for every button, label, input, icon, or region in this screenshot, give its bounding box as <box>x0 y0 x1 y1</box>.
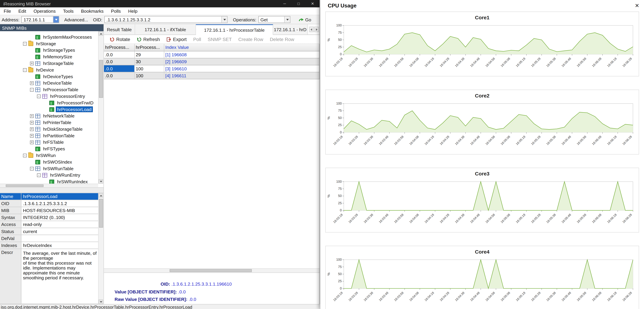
property-row[interactable]: NamehrProcessorLoad <box>0 193 98 200</box>
property-row[interactable]: DefVal <box>0 235 98 242</box>
tree-item[interactable]: +hrPartitionTable <box>0 132 98 139</box>
scroll-down-arrow-icon[interactable] <box>98 179 103 184</box>
export-button[interactable]: Export <box>166 37 186 42</box>
refresh-button[interactable]: Refresh <box>137 37 160 42</box>
chevron-down-icon[interactable] <box>284 17 290 23</box>
menu-item-tools[interactable]: Tools <box>59 8 77 15</box>
tab-ifxtable[interactable]: 172.16.1.1 - ifXTable <box>135 24 196 35</box>
maximize-button[interactable]: □ <box>292 0 306 8</box>
tree-expander[interactable]: - <box>30 88 34 92</box>
tree-expander[interactable]: + <box>30 134 34 137</box>
scrollbar-thumb[interactable] <box>170 269 252 272</box>
menu-item-bookmarks[interactable]: Bookmarks <box>77 8 107 15</box>
tree-expander[interactable]: + <box>30 127 34 131</box>
tree-item[interactable]: -hrSWRunTable <box>0 165 98 172</box>
tree-expander[interactable]: - <box>37 94 41 98</box>
tree-item[interactable]: +hrDeviceTable <box>0 80 98 86</box>
tree-item[interactable]: +hrStorageTable <box>0 60 98 67</box>
column-header[interactable]: hrProcess... <box>134 44 164 51</box>
tree-expander[interactable]: + <box>30 81 34 85</box>
oid-value[interactable]: .1.3.6.1.2.1.25.3.3.1.2 <box>105 17 222 22</box>
minimize-button[interactable]: ─ <box>278 0 292 8</box>
scroll-down-arrow-icon[interactable] <box>98 299 103 304</box>
menu-item-file[interactable]: File <box>0 8 15 15</box>
tree-item[interactable]: hrSWRunIndex <box>0 178 98 184</box>
tree-item[interactable]: +hrPrinterTable <box>0 119 98 126</box>
tab-hrprocessortable[interactable]: 172.16.1.1 - hrProcessorTable <box>196 24 273 35</box>
scrollbar-thumb[interactable] <box>6 184 44 187</box>
chevron-down-icon[interactable] <box>222 17 227 23</box>
tree-item[interactable]: -hrSWRun <box>0 152 98 159</box>
property-row[interactable]: MIBHOST-RESOURCES-MIB <box>0 207 98 214</box>
operations-combobox[interactable]: Get <box>258 16 290 23</box>
tree-item[interactable]: hrSWOSIndex <box>0 159 98 165</box>
tree-vertical-scrollbar[interactable] <box>98 31 104 184</box>
selected-cell[interactable]: .0.0 <box>104 65 134 72</box>
operations-value[interactable]: Get <box>259 17 284 22</box>
poll-button[interactable]: Poll <box>193 37 201 42</box>
property-row[interactable]: IndexeshrDeviceIndex <box>0 242 98 249</box>
address-combobox[interactable]: 172.16.1.1 <box>22 16 59 23</box>
go-button[interactable]: Go <box>296 17 314 22</box>
tree-expander[interactable]: + <box>30 140 34 144</box>
tab-hrd[interactable]: 172.16.1.1 - hrD <box>273 24 308 35</box>
chevron-down-icon[interactable] <box>53 17 59 23</box>
tab-result-table[interactable]: Result Table <box>104 24 135 35</box>
tab-scroll-right-icon[interactable] <box>314 27 319 32</box>
scrollbar-thumb[interactable] <box>99 199 103 228</box>
tree-item[interactable]: -hrProcessorEntry <box>0 93 98 100</box>
result-horizontal-scrollbar[interactable] <box>104 268 320 272</box>
tree-item[interactable]: hrStorageTypes <box>0 47 98 53</box>
tree-item[interactable]: hrDeviceTypes <box>0 73 98 80</box>
table-row[interactable]: .0.0 29 [1] 196608 <box>104 51 319 58</box>
menu-item-operations[interactable]: Operations <box>30 8 59 15</box>
table-row-selected[interactable]: .0.0 100 [3] 196610 <box>104 65 319 72</box>
tree-horizontal-scrollbar[interactable] <box>0 184 98 187</box>
scroll-up-arrow-icon[interactable] <box>98 31 103 36</box>
menu-item-polls[interactable]: Polls <box>107 8 124 15</box>
tree-item[interactable]: -hrStorage <box>0 40 98 47</box>
tree-item[interactable]: hrSystemMaxProcesses <box>0 34 98 40</box>
scroll-up-arrow-icon[interactable] <box>98 193 103 198</box>
tree-expander[interactable]: - <box>23 153 27 157</box>
tree-expander[interactable]: + <box>30 121 34 124</box>
table-row[interactable]: .0.0 30 [2] 196609 <box>104 58 319 65</box>
tab-scroll-left-icon[interactable] <box>309 27 314 32</box>
delete-row-button[interactable]: Delete Row <box>270 37 294 42</box>
property-row[interactable]: Accessread-only <box>0 221 98 228</box>
create-row-button[interactable]: Create Row <box>238 37 263 42</box>
column-header[interactable]: hrProcess... <box>104 44 134 51</box>
tree-item[interactable]: +hrDiskStorageTable <box>0 126 98 132</box>
tree-expander[interactable]: - <box>23 68 27 72</box>
tree-item-selected[interactable]: hrProcessorLoad <box>0 106 98 113</box>
tree-expander[interactable]: - <box>37 173 41 177</box>
tree-expander[interactable]: - <box>23 42 27 46</box>
tree-expander[interactable]: + <box>30 61 34 65</box>
property-row-descr[interactable]: DescrThe average, over the last minute, … <box>0 249 98 304</box>
tree-expander[interactable]: - <box>30 167 34 170</box>
tree-item[interactable]: -hrProcessorTable <box>0 86 98 93</box>
rotate-button[interactable]: Rotate <box>110 37 130 42</box>
advanced-button[interactable]: Advanced... <box>61 16 91 23</box>
tree-item[interactable]: -hrSWRunEntry <box>0 172 98 178</box>
column-header[interactable]: Index Value <box>164 44 319 51</box>
tree-item[interactable]: hrMemorySize <box>0 53 98 60</box>
tree-item[interactable]: +hrNetworkTable <box>0 113 98 119</box>
close-icon[interactable]: ✕ <box>633 2 641 9</box>
snmp-set-button[interactable]: SNMP SET <box>208 37 232 42</box>
menu-item-edit[interactable]: Edit <box>15 8 30 15</box>
close-button[interactable]: ✕ <box>306 0 320 8</box>
address-value[interactable]: 172.16.1.1 <box>22 17 53 22</box>
tree-item[interactable]: hrProcessorFrwID <box>0 100 98 106</box>
tree-item[interactable]: hrFSTypes <box>0 145 98 152</box>
panel-splitter[interactable] <box>0 187 104 193</box>
oid-combobox[interactable]: .1.3.6.1.2.1.25.3.3.1.2 <box>104 16 228 23</box>
tree-item[interactable]: -hrDevice <box>0 67 98 73</box>
property-row[interactable]: SyntaxINTEGER32 (0..100) <box>0 214 98 221</box>
table-row[interactable]: .0.0 100 [4] 196611 <box>104 72 319 79</box>
properties-vertical-scrollbar[interactable] <box>98 193 104 304</box>
scrollbar-thumb[interactable] <box>99 60 103 98</box>
property-row[interactable]: OID.1.3.6.1.2.1.25.3.3.1.2 <box>0 200 98 207</box>
tree-expander[interactable]: + <box>30 114 34 118</box>
tree-item[interactable]: +hrFSTable <box>0 139 98 145</box>
